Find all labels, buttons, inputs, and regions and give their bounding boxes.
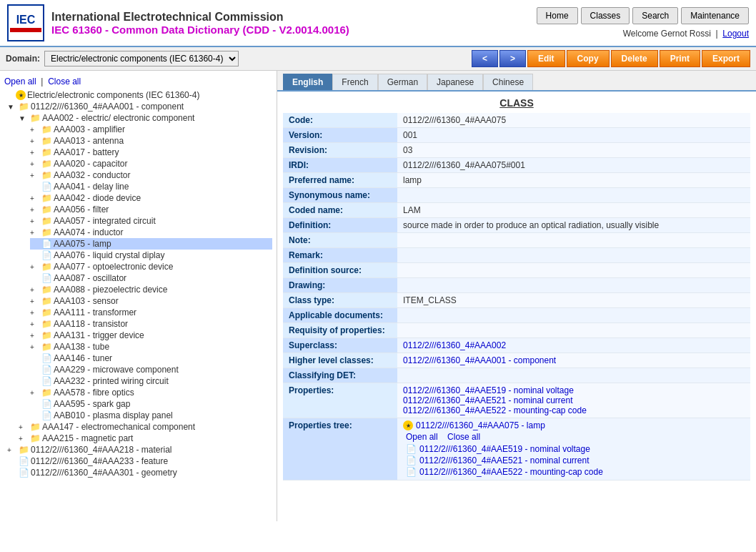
prop-tree-root-link[interactable]: 0112/2///61360_4#AAA075 - lamp bbox=[416, 420, 545, 430]
class-title: CLASS bbox=[277, 97, 756, 109]
folder-icon: 📁 bbox=[41, 193, 52, 203]
home-button[interactable]: Home bbox=[537, 7, 578, 24]
tree-item[interactable]: 📄 AAA232 - printed wiring circuit bbox=[30, 375, 272, 387]
prop-tree-item-1[interactable]: 0112/2///61360_4#AAE519 - nominal voltag… bbox=[419, 444, 590, 454]
domain-select[interactable]: Electric/electronic components (IEC 6136… bbox=[44, 51, 239, 66]
next-button[interactable]: > bbox=[499, 50, 526, 67]
tree-item[interactable]: + 📁 AAA118 - transistor bbox=[30, 318, 272, 330]
field-value-preferred-name: lamp bbox=[397, 173, 750, 188]
open-all-link[interactable]: Open all bbox=[4, 77, 36, 87]
close-all-props-link[interactable]: Close all bbox=[447, 432, 480, 442]
tree-item[interactable]: + 📁 AAA103 - sensor bbox=[30, 295, 272, 307]
tab-german[interactable]: German bbox=[378, 74, 427, 90]
tree-item[interactable]: + 📁 AAA017 - battery bbox=[30, 147, 272, 158]
tree-item[interactable]: + 📁 AAA111 - transformer bbox=[30, 307, 272, 318]
tree-item[interactable]: 📄 AAA595 - spark gap bbox=[30, 398, 272, 410]
file-icon: 📄 bbox=[41, 239, 52, 249]
folder-icon: 📁 bbox=[41, 307, 52, 317]
tree-root[interactable]: ★ Electric/electronic components (IEC 61… bbox=[4, 89, 272, 101]
tree-item[interactable]: + 📁 AAA077 - optoelectronic device bbox=[30, 261, 272, 272]
prop-tree-item-3[interactable]: 0112/2///61360_4#AAE522 - mounting-cap c… bbox=[419, 467, 603, 477]
classes-button[interactable]: Classes bbox=[581, 7, 630, 24]
edit-button[interactable]: Edit bbox=[527, 50, 565, 67]
delete-button[interactable]: Delete bbox=[611, 50, 658, 67]
tree-item-label: AAA088 - piezoelectric device bbox=[54, 285, 167, 295]
tree-item[interactable]: + 📁 AAA131 - trigger device bbox=[30, 330, 272, 341]
tree-item[interactable]: + 📁 AAA003 - amplifier bbox=[30, 124, 272, 135]
tree-item[interactable]: + 📁 AAA056 - filter bbox=[30, 204, 272, 215]
iec-logo: IEC bbox=[7, 4, 44, 41]
open-all-props-link[interactable]: Open all bbox=[406, 432, 438, 442]
expand-icon: + bbox=[30, 137, 40, 145]
tree-item[interactable]: ▼ 📁 0112/2///61360_4#AAA001 - component bbox=[7, 101, 272, 112]
tree-item-label: AAA076 - liquid crystal diplay bbox=[54, 250, 164, 260]
folder-icon: 📁 bbox=[30, 422, 41, 432]
folder-icon: 📁 bbox=[41, 136, 52, 146]
property-link-2[interactable]: 0112/2///61360_4#AAE521 - nominal curren… bbox=[403, 395, 573, 405]
expand-icon: + bbox=[30, 309, 40, 317]
field-value-coded-name: LAM bbox=[397, 203, 750, 218]
prop-tree-item-2[interactable]: 0112/2///61360_4#AAE521 - nominal curren… bbox=[419, 455, 590, 465]
root-icon: ★ bbox=[16, 90, 26, 100]
tree-item[interactable]: + 📁 AAA088 - piezoelectric device bbox=[30, 284, 272, 295]
search-button[interactable]: Search bbox=[632, 7, 678, 24]
export-button[interactable]: Export bbox=[702, 50, 750, 67]
field-value-classifying-det bbox=[397, 368, 750, 383]
tree-item[interactable]: + 📁 0112/2///61360_4#AAA218 - material bbox=[7, 444, 272, 455]
field-label: Note: bbox=[283, 233, 397, 248]
prev-button[interactable]: < bbox=[472, 50, 498, 67]
expand-icon: + bbox=[30, 286, 40, 294]
tab-japanese[interactable]: Japanese bbox=[427, 74, 483, 90]
folder-icon: 📁 bbox=[41, 319, 52, 329]
tree-item[interactable]: + 📁 AAA578 - fibre optics bbox=[30, 387, 272, 398]
print-button[interactable]: Print bbox=[660, 50, 700, 67]
tree-item[interactable]: + 📁 AAA042 - diode device bbox=[30, 192, 272, 204]
expand-icon: + bbox=[30, 297, 40, 305]
expand-icon: + bbox=[30, 320, 40, 328]
field-label: Revision: bbox=[283, 143, 397, 158]
tree-item[interactable]: 📄 0112/2///61360_4#AAA301 - geometry bbox=[7, 467, 272, 478]
property-link-3[interactable]: 0112/2///61360_4#AAE522 - mounting-cap c… bbox=[403, 405, 587, 415]
tree-item-label: AAA138 - tube bbox=[54, 342, 109, 352]
tab-french[interactable]: French bbox=[332, 74, 377, 90]
org-name: International Electrotechnical Commissio… bbox=[51, 11, 349, 24]
tree-item[interactable]: 📄 AAA146 - tuner bbox=[30, 353, 272, 364]
tree-item[interactable]: 📄 AAA229 - microwave component bbox=[30, 364, 272, 375]
field-value-code: 0112/2///61360_4#AAA075 bbox=[397, 113, 750, 128]
tree-item[interactable]: 📄 0112/2///61360_4#AAA233 - feature bbox=[7, 455, 272, 467]
folder-icon: 📁 bbox=[41, 388, 52, 398]
tree-item[interactable]: 📄 AAB010 - plasma display panel bbox=[30, 410, 272, 421]
field-label: Definition: bbox=[283, 218, 397, 233]
folder-icon: 📁 bbox=[41, 330, 52, 340]
maintenance-button[interactable]: Maintenance bbox=[681, 7, 749, 24]
tree-item[interactable]: + 📁 AAA057 - integrated circuit bbox=[30, 215, 272, 227]
tree-item[interactable]: 📄 AAA076 - liquid crystal diplay bbox=[30, 250, 272, 261]
tab-english[interactable]: English bbox=[283, 74, 332, 90]
tree-item[interactable]: + 📁 AAA147 - electromechanical component bbox=[19, 421, 272, 433]
folder-icon: 📁 bbox=[41, 147, 52, 157]
higher-class-link[interactable]: 0112/2///61360_4#AAA001 - component bbox=[403, 355, 556, 365]
property-link-1[interactable]: 0112/2///61360_4#AAE519 - nominal voltag… bbox=[403, 385, 574, 395]
tree-item[interactable]: 📄 AAA041 - delay line bbox=[30, 181, 272, 192]
tree-item[interactable]: 📄 AAA087 - oscillator bbox=[30, 272, 272, 284]
tree-item[interactable]: + 📁 AAA138 - tube bbox=[30, 341, 272, 353]
file-icon: 📄 bbox=[41, 353, 52, 363]
tree-item[interactable]: ▼ 📁 AAA002 - electric/ electronic compon… bbox=[19, 112, 272, 124]
tree-item[interactable]: + 📁 AAA032 - conductor bbox=[30, 169, 272, 181]
tree-item[interactable]: + 📁 AAA215 - magnetic part bbox=[19, 433, 272, 444]
field-label: Properties tree: bbox=[283, 418, 397, 480]
field-value-note bbox=[397, 233, 750, 248]
expand-icon: ▼ bbox=[7, 103, 17, 111]
superclass-link[interactable]: 0112/2///61360_4#AAA002 bbox=[403, 340, 506, 350]
tree-item[interactable]: + 📁 AAA020 - capacitor bbox=[30, 158, 272, 169]
close-all-link[interactable]: Close all bbox=[48, 77, 81, 87]
tab-chinese[interactable]: Chinese bbox=[483, 74, 533, 90]
copy-button[interactable]: Copy bbox=[567, 50, 610, 67]
tree-item-label: AAA232 - printed wiring circuit bbox=[54, 376, 169, 386]
tree-item[interactable]: + 📁 AAA074 - inductor bbox=[30, 227, 272, 238]
field-label: Requisity of properties: bbox=[283, 323, 397, 338]
tree-item[interactable]: + 📁 AAA013 - antenna bbox=[30, 135, 272, 147]
tree-item-selected[interactable]: 📄 AAA075 - lamp bbox=[30, 238, 272, 250]
logout-link[interactable]: Logout bbox=[722, 29, 749, 39]
field-label: Synonymous name: bbox=[283, 188, 397, 203]
